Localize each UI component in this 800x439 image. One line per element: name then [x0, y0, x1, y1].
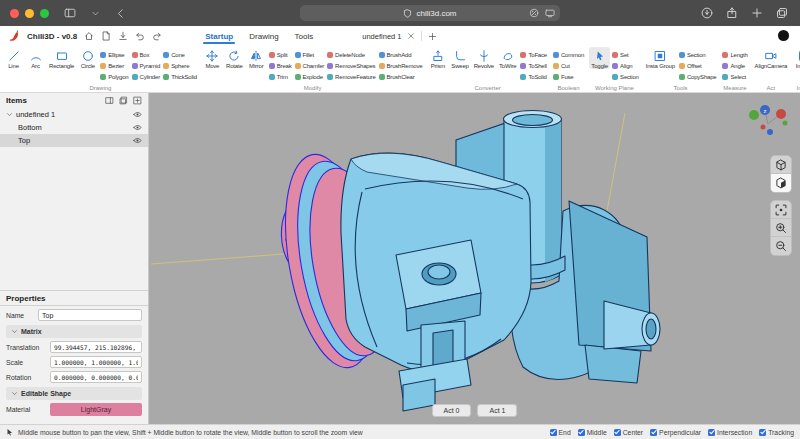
- common-button[interactable]: Common: [552, 49, 585, 60]
- chevron-down-icon[interactable]: [6, 111, 13, 118]
- import-button[interactable]: Import: [793, 47, 800, 69]
- act-0-button[interactable]: Act 0: [432, 404, 472, 417]
- circle-button[interactable]: Circle: [77, 47, 98, 69]
- close-window-button[interactable]: [10, 9, 19, 18]
- tree-item-undefined-1[interactable]: undefined 1: [0, 108, 148, 121]
- zoom-out-button[interactable]: [771, 237, 791, 255]
- wireframe-view-button[interactable]: [771, 156, 791, 174]
- towire-button[interactable]: ToWire: [497, 47, 518, 69]
- new-document-icon[interactable]: [428, 32, 437, 41]
- shaded-view-button[interactable]: [771, 174, 791, 192]
- viewport-3d[interactable]: z Act 0Act 1: [149, 93, 800, 424]
- act-1-button[interactable]: Act 1: [478, 404, 518, 417]
- address-bar[interactable]: chili3d.com: [300, 5, 560, 21]
- document-tab[interactable]: undefined 1: [362, 31, 437, 41]
- line-button[interactable]: Line: [3, 47, 24, 69]
- offset-button[interactable]: Offset: [678, 60, 718, 71]
- undo-icon[interactable]: [135, 31, 145, 41]
- privacy-badge-icon[interactable]: [529, 8, 539, 18]
- snap-tracking[interactable]: Tracking: [759, 429, 794, 436]
- expand-icon[interactable]: [133, 96, 142, 105]
- gizmo-y-neg-ball[interactable]: [783, 121, 788, 126]
- checkbox-checked-icon[interactable]: [708, 429, 715, 436]
- toggle-button[interactable]: Toggle: [589, 47, 610, 69]
- angle-button[interactable]: Angle: [721, 60, 748, 71]
- visibility-eye-icon[interactable]: [133, 110, 142, 119]
- checkbox-checked-icon[interactable]: [578, 429, 585, 436]
- arc-button[interactable]: Arc: [25, 47, 46, 69]
- name-input[interactable]: [38, 309, 142, 321]
- deletenode-button[interactable]: DeleteNode: [326, 49, 376, 60]
- tree-item-bottom[interactable]: Bottom: [0, 121, 148, 134]
- close-icon[interactable]: [407, 32, 415, 40]
- sweep-button[interactable]: Sweep: [449, 47, 470, 69]
- download-icon[interactable]: [118, 31, 128, 41]
- section-header-editable-shape[interactable]: Editable Shape: [6, 387, 142, 400]
- cone-button[interactable]: Cone: [162, 49, 198, 60]
- visibility-eye-icon[interactable]: [133, 136, 142, 145]
- snap-perpendicular[interactable]: Perpendicular: [650, 429, 701, 436]
- thicksolid-button[interactable]: ThickSolid: [162, 71, 198, 82]
- align-button[interactable]: Align: [611, 60, 640, 71]
- snap-end[interactable]: End: [550, 429, 571, 436]
- section-button[interactable]: Section: [678, 49, 718, 60]
- tab-startup[interactable]: Startup: [197, 28, 241, 44]
- rotate-button[interactable]: Rotate: [224, 47, 245, 69]
- copyshape-button[interactable]: CopyShape: [678, 71, 718, 82]
- open-file-icon[interactable]: [101, 31, 111, 41]
- gizmo-x-axis-ball[interactable]: [776, 109, 786, 119]
- snap-middle[interactable]: Middle: [578, 429, 607, 436]
- removeshapes-button[interactable]: RemoveShapes: [326, 60, 376, 71]
- chevron-down-icon[interactable]: [91, 9, 100, 18]
- split-button[interactable]: Split: [268, 49, 293, 60]
- tosolid-button[interactable]: ToSolid: [519, 71, 547, 82]
- section-header-matrix[interactable]: Matrix: [6, 325, 142, 338]
- break-button[interactable]: Break: [268, 60, 293, 71]
- bezier-button[interactable]: Bezier: [99, 60, 129, 71]
- gizmo-z-neg-ball[interactable]: [767, 129, 773, 135]
- checkbox-checked-icon[interactable]: [759, 429, 766, 436]
- snap-intersection[interactable]: Intersection: [708, 429, 752, 436]
- copy-icon[interactable]: [119, 96, 128, 105]
- brushclear-button[interactable]: BrushClear: [378, 71, 424, 82]
- share-icon[interactable]: [726, 7, 738, 19]
- scale-input[interactable]: [50, 356, 142, 368]
- select-button[interactable]: Select: [721, 71, 748, 82]
- model-canvas[interactable]: [149, 93, 800, 424]
- checkbox-checked-icon[interactable]: [614, 429, 621, 436]
- tab-drawing[interactable]: Drawing: [241, 28, 286, 44]
- polygon-button[interactable]: Polygon: [99, 71, 129, 82]
- material-button[interactable]: LightGray: [50, 403, 142, 416]
- gizmo-y-axis-ball[interactable]: [749, 110, 759, 120]
- minimize-window-button[interactable]: [25, 9, 34, 18]
- sphere-button[interactable]: Sphere: [162, 60, 198, 71]
- redo-icon[interactable]: [152, 31, 162, 41]
- explode-button[interactable]: Explode: [294, 71, 326, 82]
- move-button[interactable]: Move: [202, 47, 223, 69]
- fit-view-button[interactable]: [771, 201, 791, 219]
- fuse-button[interactable]: Fuse: [552, 71, 585, 82]
- rotation-input[interactable]: [50, 371, 142, 383]
- revolve-button[interactable]: Revolve: [472, 47, 496, 69]
- sidebar-icon[interactable]: [64, 7, 76, 19]
- panel-add-icon[interactable]: [105, 96, 114, 105]
- mirror-button[interactable]: Mirror: [246, 47, 267, 69]
- model-bottom-shape[interactable]: [271, 111, 660, 412]
- toface-button[interactable]: ToFace: [519, 49, 547, 60]
- trim-button[interactable]: Trim: [268, 71, 293, 82]
- new-tab-icon[interactable]: [751, 7, 763, 19]
- snap-center[interactable]: Center: [614, 429, 643, 436]
- ellipse-button[interactable]: Ellipse: [99, 49, 129, 60]
- prism-button[interactable]: Prism: [427, 47, 448, 69]
- removefeature-button[interactable]: RemoveFeature: [326, 71, 376, 82]
- back-icon[interactable]: [115, 8, 126, 19]
- gizmo-x-neg-ball[interactable]: [761, 125, 766, 130]
- fillet-button[interactable]: Fillet: [294, 49, 326, 60]
- translation-input[interactable]: [50, 341, 142, 353]
- cylinder-button[interactable]: Cylinder: [131, 71, 162, 82]
- visibility-eye-icon[interactable]: [133, 123, 142, 132]
- toshell-button[interactable]: ToShell: [519, 60, 547, 71]
- display-icon[interactable]: [545, 8, 555, 18]
- rectangle-button[interactable]: Rectangle: [47, 47, 76, 69]
- cut-button[interactable]: Cut: [552, 60, 585, 71]
